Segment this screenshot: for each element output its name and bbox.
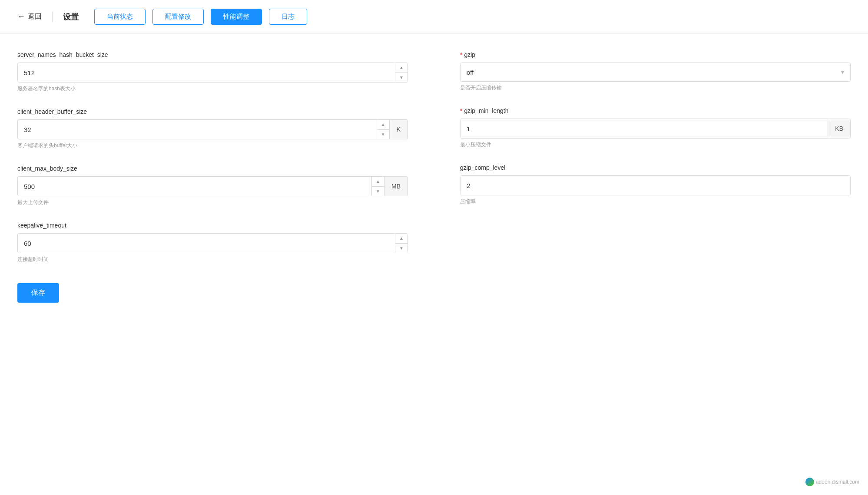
label-client-max-body: client_max_body_size — [17, 165, 408, 172]
input-wrapper-gzip-comp-level — [460, 175, 851, 195]
spin-up-client-header-buffer[interactable]: ▲ — [377, 120, 389, 130]
form-group-client-max-body: client_max_body_size ▲ ▼ MB 最大上传文件 — [17, 165, 408, 206]
tab-config-modify[interactable]: 配置修改 — [152, 9, 204, 25]
suffix-client-header-buffer: K — [389, 120, 407, 139]
label-gzip-comp-level: gzip_comp_level — [460, 164, 851, 171]
header-divider — [52, 12, 53, 22]
input-wrapper-client-max-body: ▲ ▼ MB — [17, 176, 408, 196]
spin-up-server-names-hash[interactable]: ▲ — [395, 63, 407, 73]
select-gzip[interactable]: off ▾ — [460, 63, 851, 82]
hint-gzip-comp-level: 压缩率 — [460, 198, 851, 205]
hint-client-max-body: 最大上传文件 — [17, 199, 408, 206]
spin-down-server-names-hash[interactable]: ▼ — [395, 73, 407, 82]
save-button[interactable]: 保存 — [17, 283, 59, 303]
back-button[interactable]: ← 返回 — [17, 12, 42, 21]
spin-btns-client-header-buffer: ▲ ▼ — [377, 120, 389, 139]
input-wrapper-keepalive-timeout: ▲ ▼ — [17, 233, 408, 253]
input-wrapper-server-names-hash: ▲ ▼ — [17, 63, 408, 82]
select-gzip-value: off — [467, 69, 474, 76]
hint-client-header-buffer: 客户端请求的头buffer大小 — [17, 142, 408, 149]
right-column: * gzip off ▾ 是否开启压缩传输 * gzip_min_length … — [460, 51, 851, 303]
main-content: server_names_hash_bucket_size ▲ ▼ 服务器名字的… — [0, 34, 868, 320]
label-gzip: * gzip — [460, 51, 851, 58]
suffix-client-max-body: MB — [384, 177, 407, 196]
spin-down-keepalive-timeout[interactable]: ▼ — [395, 244, 407, 253]
input-client-header-buffer[interactable] — [18, 122, 377, 138]
form-group-gzip-comp-level: gzip_comp_level 压缩率 — [460, 164, 851, 205]
tab-log[interactable]: 日志 — [269, 9, 307, 25]
watermark: addon.dismall.com — [805, 478, 859, 486]
spin-down-client-header-buffer[interactable]: ▼ — [377, 130, 389, 139]
spin-down-client-max-body[interactable]: ▼ — [372, 187, 384, 196]
watermark-logo — [805, 478, 814, 486]
left-column: server_names_hash_bucket_size ▲ ▼ 服务器名字的… — [17, 51, 408, 303]
input-keepalive-timeout[interactable] — [18, 235, 395, 251]
label-gzip-min-length: * gzip_min_length — [460, 107, 851, 114]
form-group-server-names-hash: server_names_hash_bucket_size ▲ ▼ 服务器名字的… — [17, 51, 408, 92]
input-wrapper-client-header-buffer: ▲ ▼ K — [17, 119, 408, 139]
input-gzip-min-length[interactable] — [461, 119, 828, 138]
input-wrapper-gzip-min-length: KB — [460, 119, 851, 139]
form-group-client-header-buffer: client_header_buffer_size ▲ ▼ K 客户端请求的头b… — [17, 108, 408, 149]
required-star-gzip-min-length: * — [460, 107, 462, 114]
label-server-names-hash: server_names_hash_bucket_size — [17, 51, 408, 58]
label-client-header-buffer: client_header_buffer_size — [17, 108, 408, 115]
watermark-text: addon.dismall.com — [816, 479, 859, 485]
chevron-down-icon: ▾ — [841, 69, 844, 76]
input-client-max-body[interactable] — [18, 178, 371, 195]
page-header: ← 返回 设置 当前状态 配置修改 性能调整 日志 — [0, 0, 868, 34]
back-arrow-icon: ← — [17, 12, 25, 21]
tab-current-status[interactable]: 当前状态 — [94, 9, 146, 25]
spin-btns-server-names-hash: ▲ ▼ — [395, 63, 407, 82]
hint-gzip: 是否开启压缩传输 — [460, 84, 851, 92]
save-section: 保存 — [17, 279, 408, 303]
hint-keepalive-timeout: 连接超时时间 — [17, 256, 408, 263]
input-gzip-comp-level[interactable] — [461, 176, 850, 195]
back-label: 返回 — [28, 12, 42, 21]
form-group-gzip-min-length: * gzip_min_length KB 最小压缩文件 — [460, 107, 851, 148]
required-star-gzip: * — [460, 51, 462, 58]
form-grid: server_names_hash_bucket_size ▲ ▼ 服务器名字的… — [17, 51, 851, 303]
form-group-keepalive-timeout: keepalive_timeout ▲ ▼ 连接超时时间 — [17, 222, 408, 263]
spin-btns-client-max-body: ▲ ▼ — [371, 177, 384, 196]
hint-gzip-min-length: 最小压缩文件 — [460, 141, 851, 148]
suffix-gzip-min-length: KB — [828, 119, 850, 138]
tab-performance-tuning[interactable]: 性能调整 — [211, 9, 262, 25]
input-server-names-hash[interactable] — [18, 65, 395, 81]
spin-up-client-max-body[interactable]: ▲ — [372, 177, 384, 187]
form-group-gzip: * gzip off ▾ 是否开启压缩传输 — [460, 51, 851, 92]
page-title: 设置 — [63, 12, 79, 22]
spin-btns-keepalive-timeout: ▲ ▼ — [395, 234, 407, 253]
hint-server-names-hash: 服务器名字的hash表大小 — [17, 85, 408, 92]
label-keepalive-timeout: keepalive_timeout — [17, 222, 408, 229]
spin-up-keepalive-timeout[interactable]: ▲ — [395, 234, 407, 244]
